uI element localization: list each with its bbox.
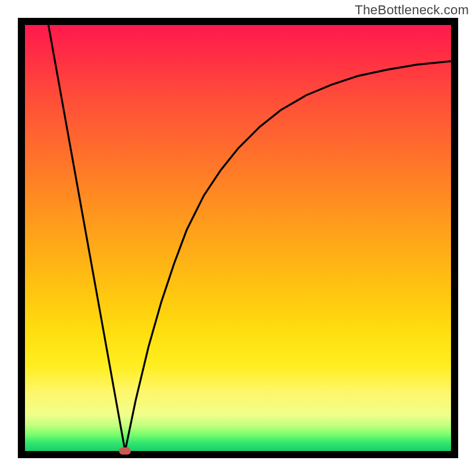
plot-frame xyxy=(18,18,458,458)
chart-container: TheBottleneck.com xyxy=(0,0,476,476)
curve-svg xyxy=(25,25,451,451)
bottleneck-curve xyxy=(48,25,451,451)
plot-area xyxy=(25,25,451,451)
watermark-text: TheBottleneck.com xyxy=(355,2,469,18)
minimum-marker xyxy=(119,447,131,455)
